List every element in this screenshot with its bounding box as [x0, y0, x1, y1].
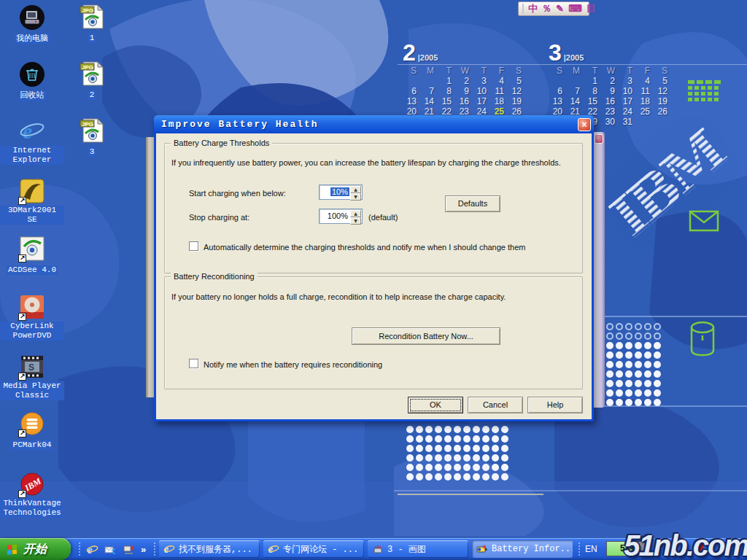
desktop-icon-thinkvantage-technologies[interactable]: IBM↗ThinkVantage Technologies [0, 471, 64, 518]
desktop-icon-my-computer[interactable]: 我的电脑 [0, 4, 64, 44]
quicklaunch-ie-icon[interactable]: e [86, 543, 98, 556]
desktop-icon-internet-explorer[interactable]: eInternet Explorer [0, 118, 64, 165]
desktop-icon-label: CyberLink PowerDVD [0, 322, 64, 341]
language-bar-item-2-icon[interactable]: ✎ [556, 2, 564, 15]
desktop-icon-recycle-bin[interactable]: 回收站 [0, 61, 64, 101]
calendar-weekday: F [636, 66, 654, 76]
notify-recondition-checkbox[interactable] [189, 359, 198, 368]
background-window-close-icon[interactable] [595, 134, 603, 144]
auto-determine-checkbox[interactable] [189, 241, 198, 251]
calendar-day: 14 [566, 96, 584, 106]
defaults-button[interactable]: Defaults [445, 195, 500, 212]
wallpaper-dot [406, 473, 414, 481]
wallpaper-dot [463, 426, 471, 433]
spin-down-icon[interactable]: ▼ [350, 193, 361, 201]
calendar-day: 3 [473, 76, 490, 86]
quicklaunch-grip[interactable] [79, 542, 81, 556]
wallpaper-dot [654, 332, 661, 340]
wallpaper-dot [616, 370, 623, 378]
dialog-titlebar[interactable]: Improve Battery Health [154, 115, 594, 133]
cancel-button[interactable]: Cancel [468, 397, 523, 413]
wallpaper-dot [635, 342, 642, 349]
desktop-icon-label: Media Player Classic [0, 381, 64, 400]
wallpaper-dot [416, 473, 423, 481]
wallpaper-dot [606, 399, 614, 406]
auto-determine-checkbox-label[interactable]: Automatically determine the charging thr… [204, 243, 525, 252]
wallpaper-dot [425, 445, 433, 452]
spin-up-icon[interactable]: ▲ [350, 186, 361, 193]
language-bar-grip[interactable] [522, 4, 524, 14]
quicklaunch-outlook-icon[interactable] [104, 543, 117, 556]
calendar-day [549, 76, 566, 86]
ok-button[interactable]: OK [408, 397, 463, 413]
wallpaper-dot [473, 426, 480, 433]
calendar-day: 30 [601, 117, 619, 127]
quicklaunch-show-desktop-icon[interactable] [123, 543, 135, 556]
language-bar[interactable]: 中％✎⌨目 [518, 1, 589, 16]
wallpaper-dot [435, 435, 442, 443]
taskbar-task-2[interactable]: 3 - 画图 [368, 540, 468, 558]
calendar-day: 18 [490, 96, 508, 106]
wallpaper-dot [606, 323, 614, 330]
start-charging-spinner[interactable]: 10% ▲▼ [319, 184, 363, 200]
language-bar-item-4-icon[interactable]: 目 [587, 2, 596, 15]
desktop-icon-cyberlink-powerdvd[interactable]: ↗CyberLink PowerDVD [0, 294, 64, 341]
desktop-icon-jpg-file-3[interactable]: JPG3 [60, 117, 124, 157]
wallpaper-dot [625, 389, 632, 397]
calendar-weekday: T [619, 66, 636, 76]
recondition-battery-now-button[interactable]: Recondition Battery Now... [352, 327, 500, 345]
desktop-icon-label: 1 [88, 34, 96, 43]
desktop-icon-3dmark2001-se[interactable]: ↗3DMark2001 SE [0, 178, 64, 225]
desktop-icon-media-player-classic[interactable]: S↗Media Player Classic [0, 354, 64, 400]
calendar-weekday: W [455, 66, 473, 76]
calendar-day: 3 [619, 76, 636, 86]
wallpaper-dot [625, 370, 632, 378]
dialog-title: Improve Battery Health [161, 119, 319, 130]
help-button[interactable]: Help [527, 397, 583, 413]
calendar-day: 2 [601, 76, 619, 86]
language-bar-item-1-icon[interactable]: ％ [542, 2, 551, 15]
envelope-icon [689, 210, 719, 232]
stop-charging-spinner[interactable]: 100% ▲▼ [319, 209, 363, 224]
language-indicator[interactable]: EN [585, 544, 597, 554]
language-bar-item-3-icon[interactable]: ⌨ [568, 2, 582, 15]
stop-charging-value: 100% [326, 211, 349, 220]
wallpaper-dot [625, 380, 632, 387]
notify-recondition-checkbox-label[interactable]: Notify me when the battery requires reco… [204, 360, 382, 369]
tray-grip[interactable] [578, 542, 581, 556]
desktop-icon-jpg-file-1[interactable]: JPG1 [60, 4, 124, 43]
ie-icon: e [268, 543, 279, 555]
battery-reconditioning-group: Battery Reconditioning If your battery n… [164, 276, 583, 389]
calendar-day [636, 117, 654, 127]
language-bar-item-0-icon[interactable]: 中 [528, 2, 538, 15]
start-charging-label: Start charging when below: [189, 189, 286, 198]
desktop-icon-jpg-file-2[interactable]: JPG2 [60, 61, 124, 100]
desktop-icon-acdsee-4-0[interactable]: ↗ACDSee 4.0 [0, 236, 64, 275]
calendar-day: 23 [601, 106, 619, 117]
wallpaper-dot [473, 473, 480, 481]
wallpaper-dot [444, 426, 452, 433]
wallpaper-dot [635, 361, 642, 368]
close-icon[interactable]: × [578, 118, 591, 131]
calendar-weekday: T [438, 66, 455, 76]
desktop-icon-pcmark04[interactable]: ↗PCMark04 [0, 411, 64, 450]
wallpaper-dot [635, 332, 642, 340]
wallpaper-dot [492, 473, 499, 481]
wallpaper-dot [501, 464, 508, 471]
taskbar-task-1[interactable]: e专门网论坛 - ... [263, 540, 364, 558]
wallpaper-dot [492, 445, 499, 452]
spin-up-icon[interactable]: ▲ [350, 210, 361, 217]
calendar-day: 1 [584, 76, 601, 86]
calendar-day: 5 [654, 76, 671, 86]
taskbar-task-0[interactable]: e找不到服务器,... [159, 540, 260, 558]
quicklaunch-overflow-chevron[interactable]: » [141, 543, 153, 556]
start-button[interactable]: 开始 [0, 538, 71, 560]
spin-down-icon[interactable]: ▼ [350, 217, 361, 225]
calendar-month: 3 [549, 39, 562, 66]
tasks-grip[interactable] [154, 542, 156, 556]
jpg-icon: JPG [79, 117, 105, 144]
wallpaper-dot [644, 342, 651, 349]
recycle-icon [19, 61, 45, 88]
taskbar-task-3[interactable]: !Battery Infor... [472, 540, 573, 558]
wallpaper-dot [454, 454, 461, 462]
